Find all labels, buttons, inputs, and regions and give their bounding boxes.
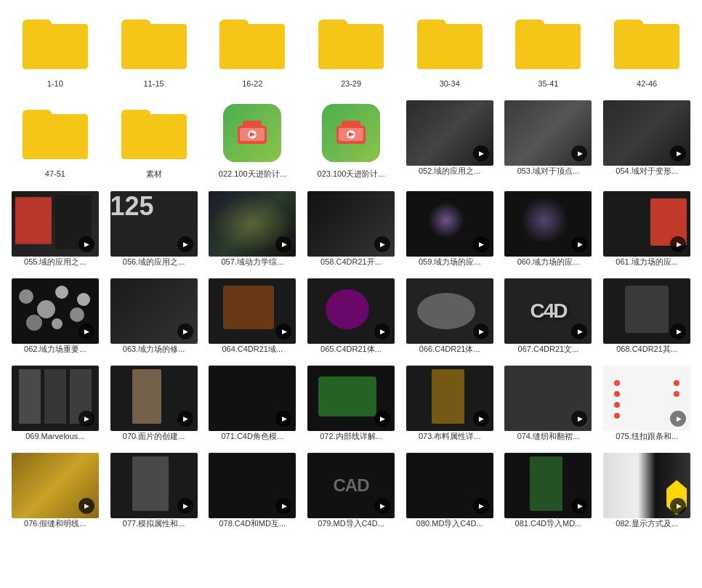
play-button[interactable] [473,411,489,427]
app-023[interactable]: 023.100天进阶计... [303,97,399,182]
folder-23-29[interactable]: 23-29 [303,7,399,92]
video-079[interactable]: CAD 079.MD导入C4D... [303,450,399,531]
play-button[interactable] [473,236,489,252]
play-button[interactable] [177,498,193,514]
video-055[interactable]: 055.域的应用之... [7,188,103,270]
video-label: 079.MD导入C4D... [307,518,395,528]
play-button[interactable] [275,323,291,339]
folder-30-34[interactable]: 30-34 [402,7,498,92]
play-button[interactable] [473,498,489,514]
play-button[interactable] [473,323,489,339]
video-054[interactable]: 054.域对于变形... [599,97,695,182]
video-071[interactable]: 071.C4D角色模... [204,363,300,444]
play-button[interactable] [78,411,94,427]
video-059[interactable]: 059.域力场的应... [402,188,498,270]
video-081[interactable]: 081.C4D导入MD... [501,450,597,531]
folder-label: 16-22 [209,78,296,89]
play-button[interactable] [670,498,686,514]
play-button[interactable] [177,323,193,339]
video-label: 066.C4DR21体... [406,344,493,354]
play-button[interactable] [374,498,390,514]
video-067[interactable]: C4D 067.C4DR21文... [501,275,597,357]
folder-label: 11-15 [110,78,198,89]
video-058[interactable]: 058.C4DR21开... [303,188,399,270]
play-button[interactable] [670,236,686,252]
folder-label: 1-10 [12,78,99,89]
play-button[interactable] [571,323,587,339]
video-label: 071.C4D角色模... [209,431,296,441]
folder-16-22[interactable]: 16-22 [204,7,300,92]
app-icon-022 [223,104,281,162]
folder-42-46[interactable]: 42-46 [599,7,695,92]
folder-35-41[interactable]: 35-41 [501,7,597,92]
video-064[interactable]: 064.C4DR21域... [204,275,300,357]
play-button[interactable] [374,323,390,339]
folder-label: 23-29 [307,78,395,89]
video-052[interactable]: 052.域的应用之... [402,97,498,182]
video-overlay-text: C4D [530,299,566,323]
video-065[interactable]: 065.C4DR21体... [303,275,399,357]
video-076[interactable]: 076.假缝和明线... [7,450,103,531]
video-056[interactable]: 125 056.域的应用之... [106,188,202,270]
video-080[interactable]: 080.MD导入C4D... [402,450,498,531]
video-label: 074.缝纫和翻褶... [504,431,592,441]
video-overlay-text: CAD [333,475,368,496]
video-label: 070.面片的创建... [110,431,198,441]
video-053[interactable]: 053.域对于顶点... [501,97,597,182]
video-072[interactable]: 072.内部线详解... [303,363,399,444]
video-label: 064.C4DR21域... [209,344,296,354]
video-061[interactable]: 061.域力场的应... [599,188,695,270]
video-073[interactable]: 073.布料属性详... [402,363,498,444]
video-063[interactable]: 063.域力场的修... [106,275,202,357]
play-button[interactable] [78,498,94,514]
app-022[interactable]: 022.100天进阶计... [204,97,300,182]
play-button[interactable] [275,498,291,514]
video-077[interactable]: 077.模拟属性和... [106,450,202,531]
play-button[interactable] [374,236,390,252]
video-label: 060.域力场的应... [504,257,592,267]
video-label: 054.域对于变形... [603,166,690,176]
play-button[interactable] [670,411,686,427]
video-060[interactable]: 060.域力场的应... [501,188,597,270]
video-label: 081.C4D导入MD... [504,518,592,528]
folder-11-15[interactable]: 11-15 [106,7,202,92]
play-button[interactable] [571,411,587,427]
folder-1-10[interactable]: 1-10 [7,7,103,92]
play-button[interactable] [571,498,587,514]
video-label: 062.域力场重要... [12,344,99,354]
play-button[interactable] [571,145,587,161]
play-button[interactable] [374,411,390,427]
play-button[interactable] [78,236,94,252]
folder-label: 30-34 [406,78,493,89]
video-082[interactable]: 082.显示方式及... [599,450,695,531]
play-button[interactable] [177,236,193,252]
video-label: 069.Marvelous... [12,431,99,441]
play-button[interactable] [177,411,193,427]
video-066[interactable]: 066.C4DR21体... [402,275,498,357]
play-button[interactable] [670,145,686,161]
play-button[interactable] [78,323,94,339]
play-button[interactable] [473,145,489,161]
video-074[interactable]: 074.缝纫和翻褶... [501,363,597,444]
video-068[interactable]: 068.C4DR21其... [599,275,695,357]
video-078[interactable]: 078.C4D和MD互... [204,450,300,531]
video-069[interactable]: 069.Marvelous... [7,363,103,444]
play-button[interactable] [670,323,686,339]
play-button[interactable] [275,236,291,252]
video-label: 065.C4DR21体... [307,344,395,354]
video-075[interactable]: 075.纽扣跟条和... [599,363,695,444]
folder-sucai[interactable]: 素材 [106,97,202,182]
video-label: 063.域力场的修... [110,344,198,354]
play-button[interactable] [275,411,291,427]
video-062[interactable]: 062.域力场重要... [7,275,103,357]
folder-47-51[interactable]: 47-51 [7,97,103,182]
video-label: 082.显示方式及... [603,518,690,528]
video-070[interactable]: 070.面片的创建... [106,363,202,444]
video-label: 080.MD导入C4D... [406,518,493,528]
app-label: 022.100天进阶计... [209,169,296,179]
folder-label: 素材 [110,169,198,179]
video-label: 077.模拟属性和... [110,518,198,528]
video-label: 059.域力场的应... [406,257,493,267]
video-057[interactable]: 057.域动力学综... [204,188,300,270]
play-button[interactable] [571,236,587,252]
